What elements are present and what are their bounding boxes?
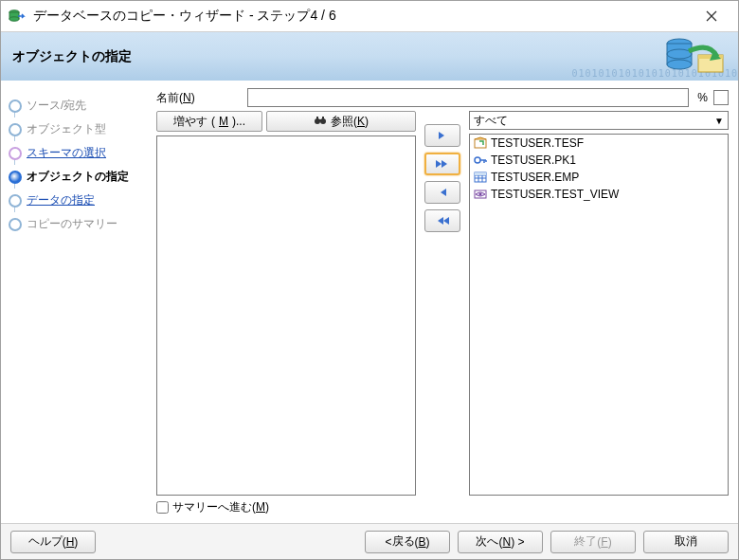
- chevron-down-icon: ▼: [714, 116, 724, 126]
- move-all-left-button[interactable]: [424, 209, 460, 232]
- svg-rect-12: [322, 117, 324, 119]
- finish-button: 終了(F): [550, 531, 636, 553]
- svg-point-23: [479, 193, 482, 196]
- key-icon: [474, 154, 487, 167]
- step-data-specify[interactable]: データの指定: [7, 189, 144, 212]
- list-item[interactable]: TESTUSER.EMP: [470, 169, 728, 186]
- cancel-button[interactable]: 取消: [643, 531, 729, 553]
- table-icon: [474, 171, 487, 184]
- step-source-dest: ソース/宛先: [7, 94, 144, 117]
- wizard-header: オブジェクトの指定 0101010101010101010101010: [1, 32, 738, 81]
- move-right-button[interactable]: [424, 124, 460, 147]
- wizard-footer: ヘルプ(H) < 戻る(B) 次へ(N) > 終了(F) 取消: [1, 523, 738, 559]
- titlebar: データベースのコピー・ウィザード - ステップ4 / 6: [1, 1, 738, 32]
- go-to-summary-label: サマリーへ進む(M): [172, 499, 269, 515]
- list-item[interactable]: TESTUSER.TEST_VIEW: [470, 186, 728, 203]
- move-all-right-button[interactable]: [424, 153, 460, 175]
- filter-dropdown[interactable]: すべて ▼: [469, 111, 729, 130]
- percent-checkbox[interactable]: [713, 90, 729, 105]
- selected-objects-list[interactable]: TESTUSER.TESF TESTUSER.PK1 TESTUSER.EMP …: [469, 134, 729, 496]
- svg-point-15: [475, 157, 480, 163]
- next-button[interactable]: 次へ(N) >: [458, 531, 543, 553]
- window-title: データベースのコピー・ウィザード - ステップ4 / 6: [33, 8, 693, 25]
- main-panel: 名前(N) % 増やす(M)... 参照(K): [149, 81, 738, 523]
- close-button[interactable]: [693, 3, 730, 29]
- list-item[interactable]: TESTUSER.PK1: [470, 152, 728, 169]
- step-object-specify: オブジェクトの指定: [7, 165, 144, 189]
- available-objects-list[interactable]: [156, 135, 416, 496]
- name-input[interactable]: [247, 88, 689, 107]
- view-icon: [474, 188, 487, 201]
- move-left-button[interactable]: [424, 181, 460, 204]
- back-button[interactable]: < 戻る(B): [365, 531, 450, 553]
- step-schema-select[interactable]: スキーマの選択: [7, 141, 144, 165]
- svg-rect-11: [316, 117, 318, 119]
- more-button[interactable]: 増やす(M)...: [156, 111, 262, 132]
- package-icon: [474, 136, 487, 150]
- page-heading: オブジェクトの指定: [12, 48, 132, 65]
- name-label: 名前(N): [156, 90, 242, 106]
- step-object-type: オブジェクト型: [7, 117, 144, 141]
- app-icon: [9, 8, 26, 25]
- browse-button[interactable]: 参照(K): [266, 111, 416, 132]
- svg-rect-13: [318, 119, 322, 121]
- go-to-summary-checkbox[interactable]: [156, 501, 169, 514]
- wizard-sidebar: ソース/宛先 オブジェクト型 スキーマの選択 オブジェクトの指定 データの指定 …: [1, 81, 149, 523]
- step-copy-summary: コピーのサマリー: [7, 212, 144, 236]
- shuttle-buttons: [422, 111, 463, 496]
- svg-point-2: [9, 17, 19, 21]
- binoculars-icon: [314, 115, 327, 129]
- percent-label: %: [694, 91, 708, 104]
- svg-point-5: [667, 60, 692, 69]
- svg-rect-21: [475, 172, 486, 175]
- list-item[interactable]: TESTUSER.TESF: [470, 135, 728, 152]
- help-button[interactable]: ヘルプ(H): [10, 531, 96, 553]
- database-copy-icon: [662, 34, 729, 81]
